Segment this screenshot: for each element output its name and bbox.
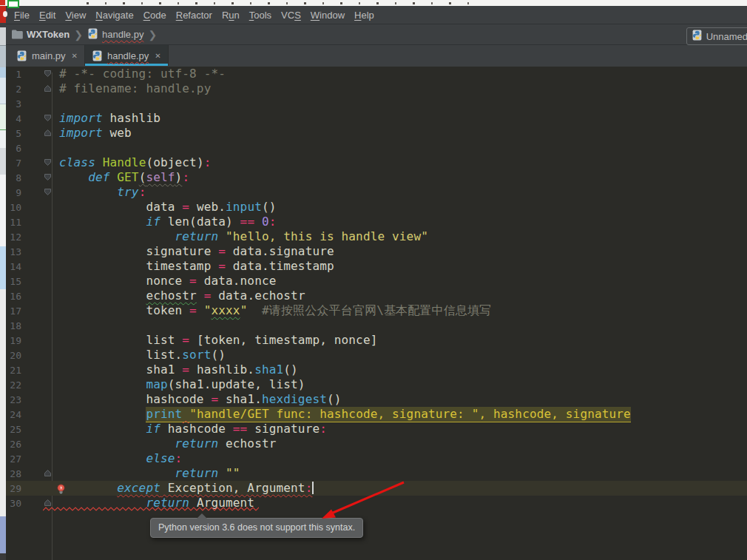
editor-line[interactable]: 12 return "hello, this is handle view" xyxy=(0,229,747,244)
close-icon[interactable]: ✕ xyxy=(155,52,160,60)
code-text: try: xyxy=(57,185,146,200)
editor-line[interactable]: 14 timestamp = data.timestamp xyxy=(0,259,747,274)
editor-line[interactable]: 16 echostr = data.echostr xyxy=(0,289,747,303)
code-text: print "handle/GET func: hashcode, signat… xyxy=(57,407,631,422)
inspection-tooltip-text: Python version 3.6 does not support this… xyxy=(158,522,355,533)
code-token: : xyxy=(320,422,327,436)
python-file-icon xyxy=(16,50,27,61)
code-token: hexdigest xyxy=(262,392,327,406)
code-token: data.echostr xyxy=(211,289,305,303)
editor-line[interactable]: 13 signature = data.signature xyxy=(0,244,747,259)
intention-bulb-icon[interactable] xyxy=(56,483,67,493)
code-token: (object) xyxy=(146,155,203,169)
editor-line[interactable]: 6 xyxy=(0,141,747,155)
code-token xyxy=(59,215,146,229)
menu-item-view[interactable]: View xyxy=(61,10,90,21)
run-configuration-selector[interactable]: Unnamed xyxy=(686,27,747,45)
editor-line[interactable]: 1# -*- coding: utf-8 -*- xyxy=(0,67,747,81)
fold-marker-down-icon[interactable] xyxy=(21,67,57,81)
code-token: () xyxy=(211,348,226,362)
menu-item-run[interactable]: Run xyxy=(217,10,244,21)
breadcrumb-project-label: WXToken xyxy=(27,29,70,40)
code-text: import web xyxy=(57,126,132,141)
fold-marker-up-icon[interactable] xyxy=(21,126,57,141)
menu-item-help[interactable]: Help xyxy=(350,10,379,21)
pycharm-window: FileEditViewNavigateCodeRefactorRunTools… xyxy=(0,0,747,560)
code-editor[interactable]: 1# -*- coding: utf-8 -*-2# filename: han… xyxy=(0,67,747,560)
line-number: 3 xyxy=(6,98,21,109)
tab-handle.py[interactable]: handle.py✕ xyxy=(85,45,169,66)
code-token: token xyxy=(59,303,189,317)
menu-item-refactor[interactable]: Refactor xyxy=(172,10,217,21)
menu-item-code[interactable]: Code xyxy=(139,10,171,21)
fold-marker-up-icon[interactable] xyxy=(21,81,57,96)
menubar: FileEditViewNavigateCodeRefactorRunTools… xyxy=(0,6,747,24)
line-number: 6 xyxy=(6,143,21,154)
editor-line[interactable]: 27 else: xyxy=(0,451,747,466)
editor-line[interactable]: 8 def GET(self): xyxy=(0,170,747,185)
editor-line[interactable]: 10 data = web.input() xyxy=(0,200,747,215)
code-token: : xyxy=(139,185,146,199)
line-number: 17 xyxy=(6,306,21,317)
background-red-fragment xyxy=(0,0,5,5)
close-icon[interactable]: ✕ xyxy=(72,52,78,60)
editor-line[interactable]: 17 token = "xxxx" #请按照公众平台官网\基本配置中信息填写 xyxy=(0,303,747,318)
menu-item-window[interactable]: Window xyxy=(306,10,349,21)
fold-column xyxy=(21,200,57,215)
editor-line[interactable]: 20 list.sort() xyxy=(0,348,747,362)
fold-marker-up-icon[interactable] xyxy=(21,466,57,481)
fold-column xyxy=(21,259,57,274)
menu-item-vcs[interactable]: VCS xyxy=(277,10,305,21)
line-number: 13 xyxy=(6,246,21,257)
menu-item-edit[interactable]: Edit xyxy=(35,10,60,21)
code-token: : xyxy=(182,170,189,184)
line-number: 29 xyxy=(6,483,21,494)
code-token xyxy=(59,422,146,436)
code-token xyxy=(59,451,146,465)
menu-item-navigate[interactable]: Navigate xyxy=(91,10,138,21)
menu-item-tools[interactable]: Tools xyxy=(245,10,276,21)
editor-line[interactable]: 9 try: xyxy=(0,185,747,200)
code-token xyxy=(197,303,204,317)
fold-column xyxy=(21,274,57,289)
code-token: , hashcode, signature xyxy=(479,407,630,422)
code-token: == xyxy=(240,215,255,229)
code-text: if len(data) == 0: xyxy=(57,215,277,229)
editor-line[interactable]: 22 map(sha1.update, list) xyxy=(0,377,747,392)
editor-line[interactable]: 2# filename: handle.py xyxy=(0,81,747,96)
editor-line[interactable]: 19 list = [token, timestamp, nonce] xyxy=(0,333,747,348)
fold-marker-down-icon[interactable] xyxy=(21,111,57,126)
editor-line[interactable]: 21 sha1 = hashlib.sha1() xyxy=(0,362,747,377)
fold-column xyxy=(21,377,57,392)
breadcrumb-project[interactable]: WXToken xyxy=(12,29,70,40)
code-token: map xyxy=(146,377,167,391)
editor-line[interactable]: 15 nonce = data.nonce xyxy=(0,274,747,289)
editor-line[interactable]: 18 xyxy=(0,318,747,333)
line-number: 8 xyxy=(6,172,21,183)
editor-line[interactable]: 3 xyxy=(0,96,747,111)
editor-line[interactable]: 4import hashlib xyxy=(0,111,747,126)
code-token: def xyxy=(88,170,109,184)
editor-line[interactable]: 5import web xyxy=(0,126,747,141)
tab-main.py[interactable]: main.py✕ xyxy=(10,45,85,66)
editor-line[interactable]: 24 print "handle/GET func: hashcode, sig… xyxy=(0,407,747,422)
code-token: hashcode xyxy=(59,392,211,406)
fold-marker-down-icon[interactable] xyxy=(21,170,57,185)
code-token: len(data) xyxy=(160,215,240,229)
breadcrumb-file-label: handle.py xyxy=(102,29,143,40)
editor-line[interactable]: 25 if hashcode == signature: xyxy=(0,422,747,436)
editor-line[interactable]: 26 return echostr xyxy=(0,436,747,451)
code-token: data.nonce xyxy=(197,274,277,288)
code-lines: 1# -*- coding: utf-8 -*-2# filename: han… xyxy=(0,67,747,510)
editor-line[interactable]: 7class Handle(object): xyxy=(0,155,747,170)
code-text: import hashlib xyxy=(57,111,160,126)
code-text: return "" xyxy=(57,466,240,481)
code-text: # -*- coding: utf-8 -*- xyxy=(57,67,226,81)
fold-marker-down-icon[interactable] xyxy=(21,185,57,200)
breadcrumb-file[interactable]: handle.py xyxy=(87,28,143,41)
line-number: 30 xyxy=(6,498,21,509)
editor-line[interactable]: 11 if len(data) == 0: xyxy=(0,215,747,229)
fold-marker-down-icon[interactable] xyxy=(21,155,57,170)
editor-line[interactable]: 23 hashcode = sha1.hexdigest() xyxy=(0,392,747,407)
menu-item-file[interactable]: File xyxy=(10,10,34,21)
